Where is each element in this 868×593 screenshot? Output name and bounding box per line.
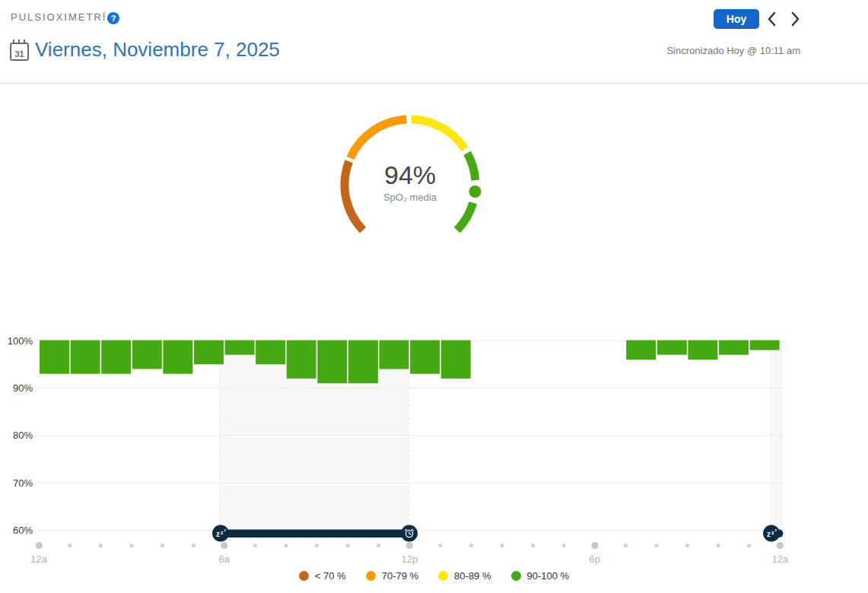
spo2-bar[interactable] (750, 341, 780, 350)
legend-item: 70-79 % (366, 570, 418, 582)
legend-color-dot (299, 571, 309, 581)
date-label: Viernes, Noviembre 7, 2025 (35, 38, 280, 62)
x-axis-tick-label: 6p (590, 553, 600, 565)
spo2-bar[interactable] (225, 341, 255, 355)
previous-day-button[interactable] (765, 11, 779, 27)
gauge-segment (350, 119, 406, 158)
hour-dot (685, 544, 689, 547)
hour-dot (221, 542, 227, 549)
hour-dot (406, 542, 413, 549)
spo2-bar[interactable] (688, 341, 717, 360)
y-axis-tick-label: 60% (13, 525, 33, 536)
x-axis-tick-label: 12a (30, 553, 47, 565)
spo2-bar[interactable] (132, 341, 162, 369)
gauge-segment (467, 153, 475, 180)
spo2-bar[interactable] (71, 341, 100, 374)
spo2-bar[interactable] (380, 341, 409, 369)
hour-dot (284, 544, 288, 547)
calendar-icon: 31 (10, 43, 29, 61)
date-picker[interactable]: 31 Viernes, Noviembre 7, 2025 (10, 38, 280, 62)
spo2-bar[interactable] (194, 341, 224, 365)
hour-dot (129, 544, 133, 547)
x-axis-tick-label: 12a (772, 553, 789, 565)
spo2-bar[interactable] (441, 341, 471, 379)
gauge-segment (412, 119, 466, 149)
hour-dot (377, 544, 380, 547)
gauge-marker-dot (469, 186, 482, 198)
hour-dot (469, 544, 473, 547)
chart-legend: < 70 %70-79 %80-89 %90-100 % (0, 570, 868, 582)
x-axis-tick-label: 6a (218, 553, 230, 565)
spo2-average-gauge: 94% SpO₂ media (325, 103, 495, 255)
legend-item: 90-100 % (511, 570, 570, 582)
hour-dot (438, 544, 442, 547)
hour-dot (591, 542, 598, 549)
header-divider (0, 83, 868, 84)
page-title: PULSIOXIMETRÍA (11, 11, 115, 23)
hour-dot (501, 544, 504, 547)
gauge-segment (345, 161, 363, 230)
hour-dot (161, 544, 164, 547)
legend-label: 90-100 % (527, 570, 570, 582)
today-button[interactable]: Hoy (714, 9, 759, 29)
y-axis-tick-label: 80% (13, 430, 33, 441)
hour-dot (99, 544, 103, 547)
legend-color-dot (511, 571, 521, 581)
sleep-zzz-icon: z (767, 530, 771, 538)
hour-dot (346, 544, 350, 547)
spo2-bar[interactable] (626, 341, 656, 360)
legend-label: 70-79 % (382, 570, 418, 582)
hour-dot (315, 544, 319, 547)
spo2-bar[interactable] (719, 341, 749, 355)
spo2-bar[interactable] (410, 341, 440, 374)
gauge-arc-svg (325, 103, 495, 255)
spo2-bar[interactable] (40, 341, 69, 374)
hour-dot (562, 544, 566, 547)
y-axis-tick-label: 90% (13, 382, 33, 394)
sleep-zzz-icon: z (216, 530, 220, 538)
gauge-segment (457, 203, 473, 230)
legend-label: 80-89 % (454, 570, 491, 582)
legend-item: 80-89 % (438, 570, 491, 582)
sleep-zzz-icon: z (221, 530, 224, 535)
y-axis-tick-label: 100% (8, 335, 33, 347)
spo2-bar[interactable] (317, 341, 347, 384)
sleep-session-bar[interactable] (215, 530, 415, 538)
spo2-bar[interactable] (101, 341, 131, 374)
legend-item: < 70 % (299, 570, 346, 582)
spo2-bar[interactable] (163, 341, 192, 374)
chevron-right-icon (788, 11, 802, 27)
sync-status: Sincronizado Hoy @ 10:11 am (666, 45, 800, 56)
hour-dot (68, 544, 72, 547)
legend-color-dot (438, 571, 448, 581)
y-axis-tick-label: 70% (13, 477, 33, 489)
hour-dot (654, 544, 658, 547)
spo2-bar[interactable] (256, 341, 285, 365)
next-day-button[interactable] (788, 11, 802, 27)
spo2-bar[interactable] (657, 341, 687, 355)
hour-dot (624, 544, 628, 547)
hour-dot (777, 542, 784, 549)
hour-dot (253, 544, 257, 547)
spo2-daily-bar-chart: 100%90%80%70%60%zzzzzz12a6a12p6p12a (0, 325, 868, 569)
hour-dot (717, 544, 720, 547)
hour-dot (36, 542, 43, 549)
calendar-day-number: 31 (11, 49, 27, 59)
chevron-left-icon (765, 11, 779, 27)
hour-dot (192, 544, 196, 547)
calendar-rings (13, 40, 26, 43)
help-icon[interactable]: ? (107, 12, 119, 24)
pulse-ox-page: PULSIOXIMETRÍA ? Hoy 31 Viernes, Noviemb… (0, 0, 868, 593)
hour-dot (531, 544, 535, 547)
x-axis-tick-label: 12p (401, 553, 418, 565)
sleep-zzz-icon: z (771, 530, 774, 535)
legend-label: < 70 % (315, 570, 346, 582)
hour-dot (747, 544, 751, 547)
legend-color-dot (366, 571, 376, 581)
spo2-bar[interactable] (287, 341, 316, 379)
spo2-bar[interactable] (348, 341, 378, 384)
